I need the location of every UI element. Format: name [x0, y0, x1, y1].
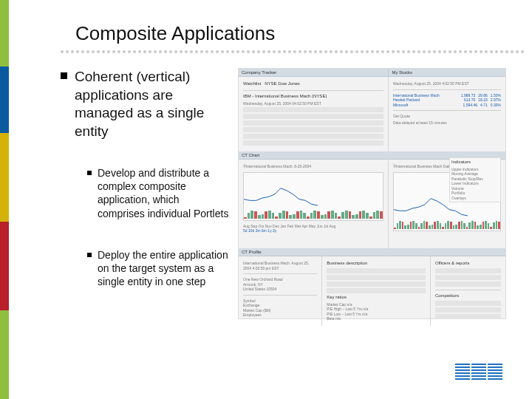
- bullet-sub-text: Deploy the entire application on the tar…: [98, 248, 229, 289]
- profile-address-line: United States 10504: [243, 287, 317, 292]
- bullet-square-icon: [87, 253, 92, 257]
- tab-nyse[interactable]: NYSE Dow Jones: [265, 81, 300, 86]
- portlet-header-profile: CT Profile: [239, 248, 505, 256]
- left-color-stripe: [0, 0, 9, 399]
- bullet-sub-1: Develop and distribute a complex composi…: [87, 166, 229, 220]
- details-title: IBM - International Business Mach (NYSE): [243, 94, 383, 100]
- stripe-seg: [0, 133, 9, 222]
- stocks-date: Wednesday, August 25, 2004 4:02:50 PM ES…: [393, 81, 501, 86]
- bullet-main-text: Coherent (vertical) applications are man…: [75, 68, 231, 141]
- tab-watchlist[interactable]: Watchlist: [243, 81, 261, 86]
- small-chart-caption: ®International Business Mach. 8-25-2004: [243, 164, 383, 169]
- price-chart: [243, 172, 383, 221]
- portlet-title-right: My Stocks: [388, 69, 505, 76]
- delay-note: Data delayed at least 15 minutes: [393, 120, 501, 126]
- competitors-title: Competitors: [435, 293, 501, 299]
- indicator-item[interactable]: Overlays: [451, 196, 499, 201]
- watchlist-tabs: Watchlist NYSE Dow Jones: [243, 81, 383, 87]
- chart-range-buttons[interactable]: 5d 10d 3m 6m 1y 2y: [243, 228, 383, 233]
- officers-title: Officers & reports: [435, 261, 501, 267]
- embedded-screenshot: Company Tracker My Stocks Watchlist NYSE…: [238, 68, 506, 319]
- portlet-header-left: Company Tracker My Stocks: [239, 69, 505, 77]
- stripe-seg: [0, 66, 9, 133]
- bullet-square-icon: [87, 171, 92, 175]
- ibm-logo: [455, 364, 502, 380]
- details-date: Wednesday, August 25, 2004 04:02:50 PM E…: [243, 101, 383, 106]
- page-title: Composite Applications: [75, 22, 275, 45]
- stripe-seg: [0, 0, 9, 66]
- stripe-seg: [0, 310, 9, 399]
- bullet-sub-2: Deploy the entire application on the tar…: [87, 248, 229, 289]
- stripe-seg: [0, 222, 9, 310]
- business-desc-title: Business description: [327, 261, 426, 267]
- bullet-sub-text: Develop and distribute a complex composi…: [98, 166, 229, 220]
- bullet-main: Coherent (vertical) applications are man…: [61, 68, 231, 141]
- bullet-square-icon: [61, 72, 67, 79]
- profile-field: Employees: [243, 313, 317, 318]
- title-underline: [61, 50, 507, 55]
- indicators-panel: Indicators Upper indicatorsMoving Averag…: [449, 160, 501, 202]
- profile-subtitle: International Business Mach. August 25, …: [243, 261, 317, 270]
- key-ratios-title: Key ratios: [327, 295, 426, 301]
- indicators-title: Indicators: [451, 160, 499, 166]
- portlet-title-left: Company Tracker: [239, 69, 388, 76]
- stock-row[interactable]: Microsoft1,594.464.710.30%: [393, 103, 501, 108]
- get-quote-button[interactable]: Get Quote: [393, 114, 410, 118]
- metric-row: Beta n/a: [327, 316, 426, 321]
